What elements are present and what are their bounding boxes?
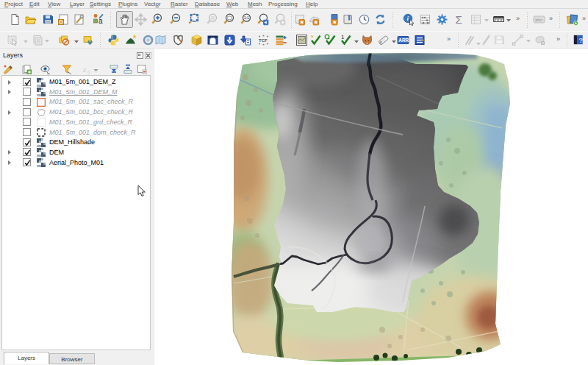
svg-text:(): () bbox=[87, 70, 90, 74]
svg-text:1:1: 1:1 bbox=[244, 15, 249, 20]
svg-text:TCF: TCF bbox=[259, 38, 268, 43]
svg-text:abc: abc bbox=[535, 18, 542, 22]
svg-text:Σ: Σ bbox=[456, 13, 462, 26]
svg-text:ε: ε bbox=[83, 65, 87, 74]
svg-text:1: 1 bbox=[341, 34, 345, 40]
svg-text:ARR: ARR bbox=[398, 38, 409, 43]
svg-text:?: ? bbox=[578, 36, 583, 44]
